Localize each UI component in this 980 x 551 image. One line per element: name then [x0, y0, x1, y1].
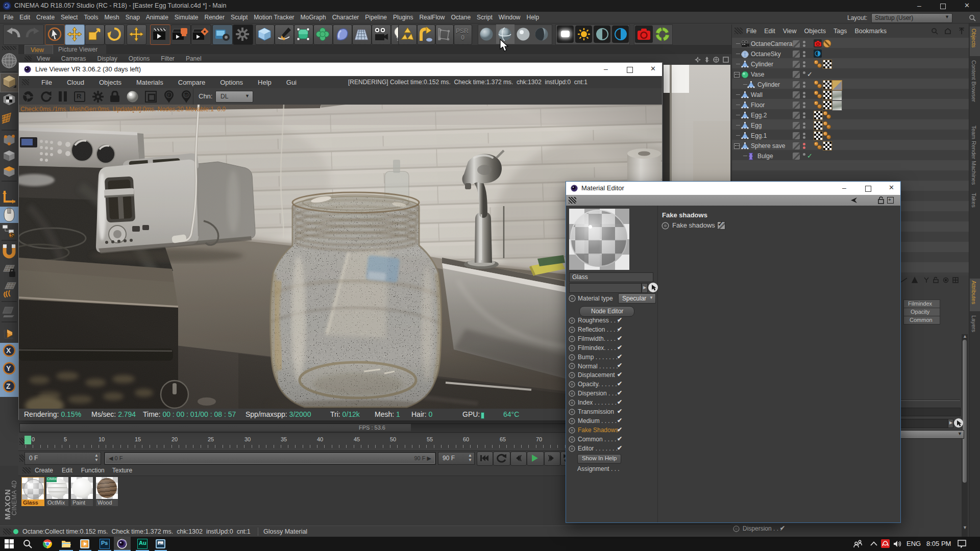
svg-text:Z: Z — [6, 382, 11, 390]
svg-text:M: M — [184, 93, 188, 98]
svg-text:X: X — [6, 346, 11, 355]
svg-text:S: S — [10, 232, 14, 238]
svg-text:F: F — [167, 93, 170, 98]
svg-text:Y: Y — [6, 364, 11, 372]
